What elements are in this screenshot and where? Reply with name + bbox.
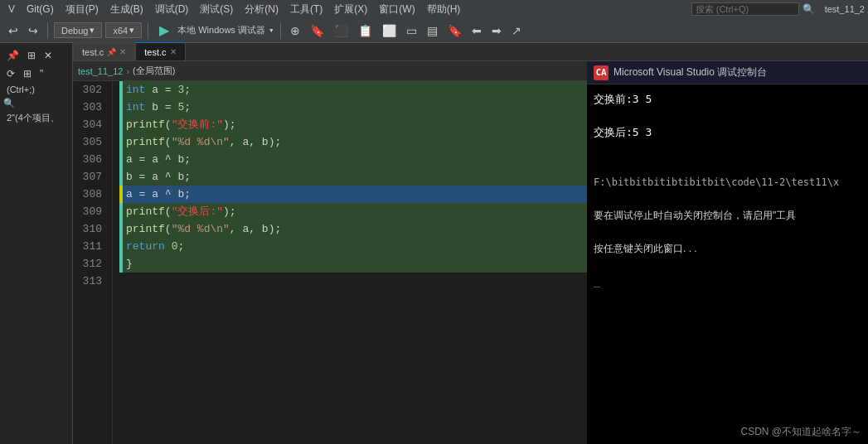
debug-line-1: 交换后:5 3	[594, 124, 861, 141]
toolbar-icon-3[interactable]: ⬛	[331, 22, 352, 39]
code-line-311: return 0 ;	[119, 238, 587, 255]
menu-item-git[interactable]: Git(G)	[22, 2, 59, 17]
editor-panel: test_11_12 › (全局范围) 302 303 304 305 306	[73, 61, 587, 444]
code-line-309: printf ( "交换后:" );	[119, 203, 587, 220]
token-304-close: );	[223, 116, 236, 133]
window-title: test_11_2	[825, 4, 865, 14]
toolbar-icon-10[interactable]: ➡	[488, 22, 505, 39]
token-304-open: (	[165, 116, 172, 133]
search-input[interactable]	[691, 2, 799, 16]
tab-0[interactable]: test.c 📌 ✕	[73, 42, 135, 60]
sidebar-sync-btn[interactable]: ⟳	[3, 66, 18, 81]
toolbar-icon-7[interactable]: ▤	[424, 22, 441, 39]
token-311-sp	[165, 238, 172, 255]
gutter-312	[119, 255, 123, 273]
toolbar-icon-6[interactable]: ▭	[403, 22, 420, 39]
ln-307: 307	[80, 168, 102, 186]
code-line-312: }	[119, 255, 587, 273]
redo-button[interactable]: ↪	[25, 22, 41, 39]
ln-302: 302	[80, 81, 102, 99]
toolbar-icon-2[interactable]: 🔖	[307, 22, 327, 39]
editor-location-bar: test_11_12 › (全局范围)	[73, 61, 587, 81]
token-303-semi: ;	[184, 99, 191, 116]
token-312-brace: }	[126, 255, 133, 273]
menu-item-tools[interactable]: 工具(T)	[285, 1, 327, 18]
ln-312: 312	[80, 255, 102, 273]
toolbar-icon-5[interactable]: ⬜	[379, 22, 400, 39]
token-311-kw: return	[126, 238, 165, 255]
debug-panel-title: Microsoft Visual Studio 调试控制台	[613, 65, 767, 80]
sidebar-close-btn[interactable]: ✕	[41, 48, 56, 63]
token-302-num: 3	[177, 81, 184, 99]
token-307-code: b = a ^ b;	[126, 168, 191, 186]
menu-item-help[interactable]: 帮助(H)	[422, 1, 466, 18]
undo-button[interactable]: ↩	[5, 22, 22, 39]
menu-item-window[interactable]: 窗口(W)	[374, 1, 419, 18]
run-button[interactable]: ▶	[154, 21, 174, 40]
sidebar: 📌 ⊞ ✕ ⟳ ⊞ " (Ctrl+;) 🔍 2"(4个项目、	[0, 43, 73, 444]
debug-output[interactable]: 交换前:3 5 交换后:5 3 F:\bitbitbitibtibitbit\c…	[587, 84, 868, 420]
menu-item-analyze[interactable]: 分析(N)	[240, 1, 284, 18]
debug-footer: CSDN @不知道起啥名字～	[587, 420, 868, 444]
sidebar-expand-btn[interactable]: ⊞	[24, 48, 39, 63]
toolbar-icon-8[interactable]: 🔖	[444, 22, 465, 39]
run-dropdown-arrow[interactable]: ▾	[269, 25, 274, 36]
code-line-310: printf ( "%d %d\n" , a, b);	[119, 220, 587, 238]
code-line-307: b = a ^ b;	[119, 168, 587, 186]
gutter-310	[119, 220, 123, 238]
menu-item-debug[interactable]: 调试(D)	[150, 1, 194, 18]
menu-item-project[interactable]: 项目(P)	[61, 1, 104, 18]
menu-item-build[interactable]: 生成(B)	[105, 1, 148, 18]
ln-313: 313	[80, 273, 102, 290]
menu-item-test[interactable]: 测试(S)	[195, 1, 238, 18]
toolbar-icon-1[interactable]: ⊕	[287, 22, 303, 39]
tab-0-label: test.c	[82, 47, 104, 57]
editor-debug-row: test_11_12 › (全局范围) 302 303 304 305 306	[73, 61, 868, 444]
menu-bar: V Git(G) 项目(P) 生成(B) 调试(D) 测试(S) 分析(N) 工…	[0, 0, 868, 18]
code-line-302: int a = 3 ;	[119, 81, 587, 99]
sidebar-quote-btn[interactable]: "	[36, 66, 46, 81]
gutter-311	[119, 238, 123, 255]
debug-config-dropdown[interactable]: Debug ▾	[54, 22, 102, 38]
token-311-num: 0	[172, 238, 178, 255]
ln-309: 309	[80, 203, 102, 220]
toolbar-icon-11[interactable]: ↗	[508, 22, 525, 39]
tab-1[interactable]: test.c ✕	[135, 42, 185, 60]
sidebar-pin-btn[interactable]: 📌	[3, 48, 22, 63]
token-309-fn: printf	[126, 203, 165, 220]
token-303-kw: int	[126, 99, 145, 116]
sidebar-search-icon: 🔍	[3, 98, 15, 109]
sidebar-item-shortcut[interactable]: (Ctrl+;)	[3, 83, 69, 96]
editor-body[interactable]: 302 303 304 305 306 307 308 309 310 311 …	[73, 81, 587, 444]
toolbar: ↩ ↪ Debug ▾ x64 ▾ ▶ 本地 Windows 调试器 ▾ ⊕ 🔖…	[0, 18, 868, 43]
code-line-308: a = a ^ b;	[119, 186, 587, 203]
menu-item-extensions[interactable]: 扩展(X)	[329, 1, 372, 18]
tab-1-label: test.c	[144, 47, 166, 57]
editor-scope: (全局范围)	[133, 65, 175, 77]
menu-item-v[interactable]: V	[3, 2, 20, 17]
token-305-str: "%d %d\n"	[172, 133, 230, 151]
debug-line-0: 交换前:3 5	[594, 91, 861, 108]
arch-dropdown[interactable]: x64 ▾	[105, 22, 142, 38]
sidebar-grid-btn[interactable]: ⊞	[20, 66, 35, 81]
debug-panel-header: CA Microsoft Visual Studio 调试控制台	[587, 61, 868, 84]
search-icon: 🔍	[803, 3, 815, 15]
editor-debug-container: test.c 📌 ✕ test.c ✕ test_11_12 › (全局范围)	[73, 43, 868, 444]
code-line-304: printf ( "交换前:" );	[119, 116, 587, 133]
ln-310: 310	[80, 220, 102, 238]
tab-0-close-btn[interactable]: ✕	[119, 47, 126, 56]
toolbar-icon-4[interactable]: 📋	[355, 22, 376, 39]
toolbar-sep-2	[148, 22, 148, 39]
ln-311: 311	[80, 238, 102, 255]
tab-1-close-btn[interactable]: ✕	[170, 47, 177, 56]
debug-line-4: 要在调试停止时自动关闭控制台，请启用"工具	[594, 207, 861, 224]
toolbar-icon-9[interactable]: ⬅	[468, 22, 485, 39]
token-309-close: );	[223, 203, 236, 220]
code-lines: int a = 3 ; int b = 5	[113, 81, 587, 444]
editor-filepath[interactable]: test_11_12	[78, 66, 123, 76]
sidebar-search-row: 🔍	[3, 96, 69, 110]
ln-303: 303	[80, 99, 102, 116]
line-numbers: 302 303 304 305 306 307 308 309 310 311 …	[73, 81, 113, 444]
sidebar-item-projects[interactable]: 2"(4个项目、	[3, 110, 69, 126]
gutter-305	[119, 133, 123, 151]
